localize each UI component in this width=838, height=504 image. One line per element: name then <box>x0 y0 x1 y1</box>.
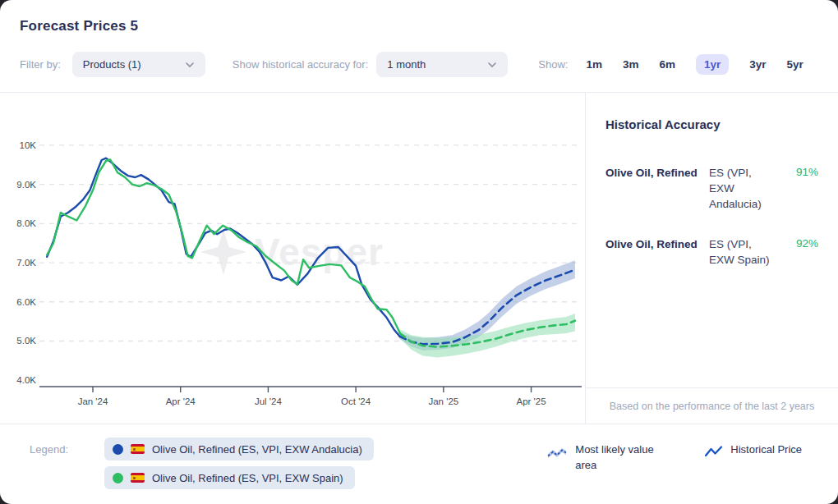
svg-text:Apr '24: Apr '24 <box>166 396 196 406</box>
spain-flag-icon <box>131 473 145 483</box>
legend-item-spain[interactable]: Olive Oil, Refined (ES, VPI, EXW Spain) <box>104 466 355 489</box>
series-color-dot <box>113 473 123 483</box>
price-chart[interactable]: Vesper Jan '24Apr '24Jul '24Oct '24Jan '… <box>0 93 586 424</box>
svg-text:Jan '25: Jan '25 <box>428 396 458 406</box>
series-color-dot <box>113 444 123 455</box>
accuracy-product: Olive Oil, Refined <box>605 166 701 213</box>
forecast-card: Forecast Prices 5 Filter by: Products (1… <box>0 0 838 504</box>
range-5yr[interactable]: 5yr <box>787 54 803 75</box>
accuracy-dropdown[interactable]: 1 month <box>376 52 508 77</box>
range-3m[interactable]: 3m <box>623 54 639 75</box>
accuracy-footnote: Based on the performance of the last 2 y… <box>586 387 838 424</box>
key-label: Historical Price <box>730 442 802 458</box>
main-area: Vesper Jan '24Apr '24Jul '24Oct '24Jan '… <box>0 93 838 424</box>
legend-items: Olive Oil, Refined (ES, VPI, EXW Andaluc… <box>104 438 374 489</box>
products-dropdown-value: Products (1) <box>83 58 141 71</box>
svg-text:Apr '25: Apr '25 <box>517 396 546 406</box>
spain-flag-icon <box>131 444 145 454</box>
historical-line-icon <box>705 446 722 458</box>
legend-label: Legend: <box>30 443 68 456</box>
chevron-down-icon <box>487 58 497 71</box>
accuracy-dropdown-value: 1 month <box>387 58 426 71</box>
svg-text:8.0K: 8.0K <box>16 218 36 228</box>
range-1m[interactable]: 1m <box>586 54 602 75</box>
legend-footer: Legend: Olive Oil, Refined (ES, VPI, EXW… <box>0 424 838 503</box>
key-label: Most likely value area <box>575 442 667 474</box>
accuracy-percent: 91% <box>785 166 818 213</box>
legend-item-label: Olive Oil, Refined (ES, VPI, EXW Spain) <box>152 472 343 484</box>
accuracy-panel-title: Historical Accuracy <box>586 93 838 131</box>
svg-text:6.0K: 6.0K <box>16 297 36 307</box>
header: Forecast Prices 5 Filter by: Products (1… <box>0 0 838 93</box>
range-6m[interactable]: 6m <box>659 54 675 75</box>
svg-text:Jul '24: Jul '24 <box>255 396 282 406</box>
accuracy-market: ES (VPI, EXW Andalucia) <box>709 166 777 213</box>
range-selector: 1m 3m 6m 1yr 3yr 5yr <box>586 54 803 75</box>
legend-keys: Most likely value area Historical Price <box>547 442 802 474</box>
svg-text:4.0K: 4.0K <box>16 375 36 385</box>
accuracy-percent: 92% <box>785 237 818 268</box>
accuracy-market: ES (VPI, EXW Spain) <box>709 237 777 268</box>
historical-price-key: Historical Price <box>705 442 802 474</box>
legend-item-andalucia[interactable]: Olive Oil, Refined (ES, VPI, EXW Andaluc… <box>104 438 374 460</box>
range-3yr[interactable]: 3yr <box>749 54 766 75</box>
svg-text:Jan '24: Jan '24 <box>78 396 108 406</box>
page-title: Forecast Prices 5 <box>20 18 818 34</box>
filter-bar: Filter by: Products (1) Show historical … <box>20 51 818 77</box>
legend-item-label: Olive Oil, Refined (ES, VPI, EXW Andaluc… <box>152 443 362 456</box>
filter-by-label: Filter by: <box>20 58 61 71</box>
range-1yr-active[interactable]: 1yr <box>696 54 729 75</box>
most-likely-value-key: Most likely value area <box>547 442 667 474</box>
svg-text:9.0K: 9.0K <box>16 180 36 190</box>
accuracy-row: Olive Oil, Refined ES (VPI, EXW Spain) 9… <box>586 237 838 268</box>
accuracy-product: Olive Oil, Refined <box>605 237 701 268</box>
accuracy-row: Olive Oil, Refined ES (VPI, EXW Andaluci… <box>586 166 838 213</box>
products-dropdown[interactable]: Products (1) <box>72 52 205 77</box>
accuracy-for-label: Show historical accuracy for: <box>233 58 368 71</box>
chevron-down-icon <box>185 58 195 71</box>
svg-text:7.0K: 7.0K <box>16 258 36 268</box>
svg-text:5.0K: 5.0K <box>16 336 36 346</box>
forecast-band-icon <box>547 446 567 460</box>
svg-text:Oct '24: Oct '24 <box>341 396 371 406</box>
svg-text:10K: 10K <box>20 140 37 150</box>
historical-accuracy-panel: Historical Accuracy Olive Oil, Refined E… <box>586 93 838 424</box>
show-label: Show: <box>538 58 568 71</box>
chart-canvas[interactable]: Jan '24Apr '24Jul '24Oct '24Jan '25Apr '… <box>0 93 586 424</box>
